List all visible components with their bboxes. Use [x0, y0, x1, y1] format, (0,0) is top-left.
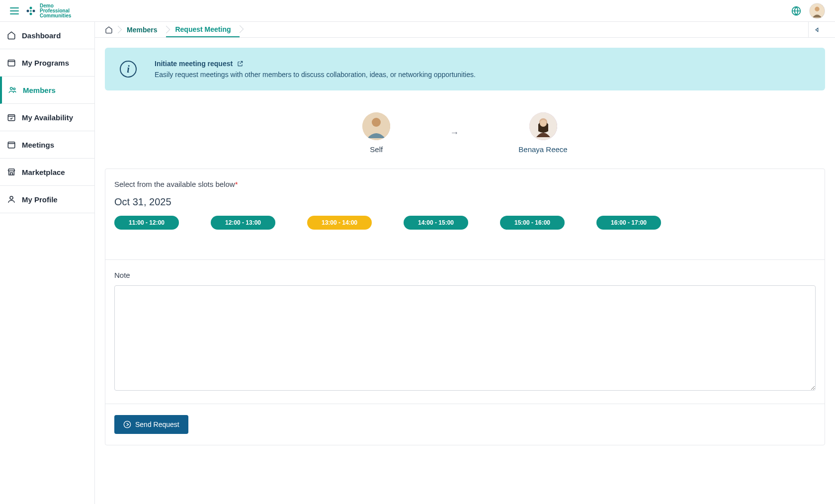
time-slot-selected[interactable]: 13:00 - 14:00 — [307, 216, 372, 230]
sidebar-item-label: Marketplace — [22, 168, 65, 176]
avatar — [362, 112, 390, 140]
participant-name-link[interactable]: Benaya Reece — [518, 145, 567, 154]
info-desc: Easily request meetings with other membe… — [155, 71, 476, 79]
breadcrumb-request-meeting[interactable]: Request Meeting — [166, 22, 240, 37]
info-banner: i Initiate meeting request Easily reques… — [105, 48, 825, 90]
info-title: Initiate meeting request — [155, 60, 233, 68]
top-header: Demo Professional Communities — [0, 0, 835, 22]
svg-rect-12 — [8, 142, 15, 148]
svg-point-3 — [27, 9, 29, 12]
content: Members Request Meeting i Initiate meeti… — [95, 22, 835, 504]
svg-point-2 — [30, 12, 32, 15]
breadcrumb-members[interactable]: Members — [118, 22, 166, 37]
breadcrumb-home[interactable] — [105, 22, 118, 37]
header-right — [791, 3, 825, 19]
time-slot[interactable]: 14:00 - 15:00 — [404, 216, 468, 230]
sidebar-item-marketplace[interactable]: Marketplace — [0, 159, 94, 186]
sidebar-item-members[interactable]: Members — [0, 77, 94, 104]
avatar — [529, 112, 557, 140]
user-avatar[interactable] — [809, 3, 825, 19]
sidebar-item-profile[interactable]: My Profile — [0, 186, 94, 213]
note-label: Note — [114, 271, 816, 279]
date-label: Oct 31, 2025 — [114, 196, 816, 208]
home-icon — [7, 31, 16, 40]
brand-line3: Communities — [40, 13, 71, 18]
store-icon — [7, 168, 16, 176]
arrow-circle-right-icon — [123, 420, 131, 428]
submit-section: Send Request — [105, 404, 825, 445]
svg-rect-11 — [8, 115, 15, 121]
home-icon — [105, 26, 113, 34]
logo-text: Demo Professional Communities — [40, 3, 71, 18]
sidebar-item-availability[interactable]: My Availability — [0, 104, 94, 131]
svg-point-0 — [30, 6, 32, 9]
card: Select from the available slots below* O… — [105, 168, 825, 445]
sidebar: Dashboard My Programs Members My Availab… — [0, 22, 95, 504]
info-content: Initiate meeting request Easily request … — [155, 60, 476, 79]
calendar-icon — [7, 140, 16, 149]
layout: Dashboard My Programs Members My Availab… — [0, 22, 835, 504]
participant-name: Self — [370, 145, 383, 154]
logo-mark-icon — [25, 5, 37, 17]
svg-point-7 — [815, 6, 819, 11]
time-slot[interactable]: 16:00 - 17:00 — [596, 216, 661, 230]
svg-point-15 — [372, 118, 381, 127]
sidebar-item-label: My Programs — [22, 59, 69, 67]
sidebar-item-label: My Profile — [22, 195, 58, 204]
info-title-row: Initiate meeting request — [155, 60, 476, 68]
sidebar-item-meetings[interactable]: Meetings — [0, 131, 94, 159]
calendar-icon — [7, 58, 16, 67]
time-slot[interactable]: 11:00 - 12:00 — [114, 216, 179, 230]
time-slot[interactable]: 15:00 - 16:00 — [500, 216, 565, 230]
globe-icon[interactable] — [791, 6, 801, 16]
sidebar-item-label: Members — [23, 86, 56, 94]
participant-self: Self — [362, 112, 390, 154]
user-icon — [7, 195, 16, 204]
breadcrumb-back[interactable] — [808, 22, 825, 37]
send-label: Send Request — [135, 420, 179, 428]
breadcrumb: Members Request Meeting — [95, 22, 835, 38]
breadcrumb-label: Request Meeting — [175, 25, 231, 33]
svg-point-1 — [33, 9, 35, 12]
time-slot[interactable]: 12:00 - 13:00 — [211, 216, 275, 230]
note-section: Note — [105, 259, 825, 404]
header-left: Demo Professional Communities — [10, 3, 71, 18]
sidebar-item-label: Dashboard — [22, 31, 61, 40]
note-textarea[interactable] — [114, 285, 816, 391]
sidebar-item-programs[interactable]: My Programs — [0, 49, 94, 77]
send-request-button[interactable]: Send Request — [114, 415, 188, 434]
participants: Self → Benaya Reece — [105, 90, 825, 168]
sidebar-item-dashboard[interactable]: Dashboard — [0, 22, 94, 49]
users-icon — [8, 85, 17, 94]
external-link-icon[interactable] — [237, 60, 244, 67]
breadcrumb-label: Members — [127, 26, 157, 34]
svg-point-9 — [10, 87, 13, 90]
participant-other: Benaya Reece — [518, 112, 567, 154]
info-icon: i — [120, 61, 137, 78]
svg-point-4 — [30, 10, 32, 12]
main: i Initiate meeting request Easily reques… — [95, 38, 835, 455]
calendar-check-icon — [7, 113, 16, 122]
brand-logo[interactable]: Demo Professional Communities — [25, 3, 71, 18]
svg-point-19 — [124, 421, 130, 427]
arrow-right-icon: → — [450, 128, 459, 138]
sidebar-item-label: Meetings — [22, 141, 54, 149]
sidebar-item-label: My Availability — [22, 113, 73, 122]
menu-toggle[interactable] — [10, 7, 19, 14]
brand-line2: Professional — [40, 8, 71, 13]
svg-rect-8 — [8, 60, 15, 66]
select-slots-label: Select from the available slots below* — [114, 180, 816, 188]
svg-point-18 — [540, 120, 547, 127]
svg-point-10 — [13, 88, 15, 90]
brand-line1: Demo — [40, 3, 71, 8]
svg-point-13 — [10, 196, 13, 199]
slots-row: 11:00 - 12:00 12:00 - 13:00 13:00 - 14:0… — [114, 216, 816, 230]
slots-section: Select from the available slots below* O… — [105, 169, 825, 259]
